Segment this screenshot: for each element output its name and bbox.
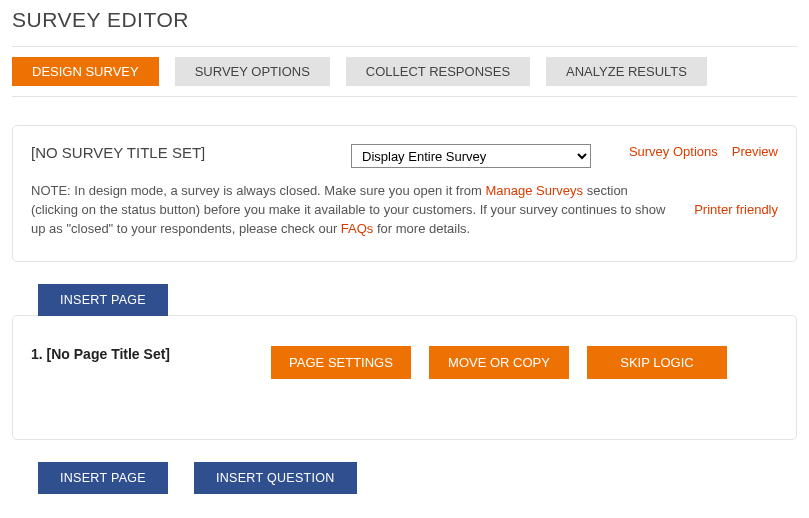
note-text-3: for more details.	[373, 221, 470, 236]
insert-page-button-bottom[interactable]: INSERT PAGE	[38, 462, 168, 494]
insert-page-button[interactable]: INSERT PAGE	[38, 284, 168, 316]
display-select[interactable]: Display Entire Survey	[351, 144, 591, 168]
note-text-1: NOTE: In design mode, a survey is always…	[31, 183, 485, 198]
preview-link[interactable]: Preview	[732, 144, 778, 159]
side-link-wrap: Printer friendly	[694, 182, 778, 218]
page-actions: PAGE SETTINGS MOVE OR COPY SKIP LOGIC	[271, 346, 778, 379]
tabs: DESIGN SURVEY SURVEY OPTIONS COLLECT RES…	[12, 46, 797, 97]
page-title-label: 1. [No Page Title Set]	[31, 346, 251, 362]
page-title: SURVEY EDITOR	[12, 8, 797, 32]
faqs-link[interactable]: FAQs	[341, 221, 374, 236]
insert-question-button[interactable]: INSERT QUESTION	[194, 462, 357, 494]
note-row: NOTE: In design mode, a survey is always…	[31, 182, 778, 239]
move-or-copy-button[interactable]: MOVE OR COPY	[429, 346, 569, 379]
page-panel: 1. [No Page Title Set] PAGE SETTINGS MOV…	[12, 315, 797, 440]
tab-survey-options[interactable]: SURVEY OPTIONS	[175, 57, 330, 86]
insert-page-row-top: INSERT PAGE	[12, 284, 797, 316]
survey-options-link[interactable]: Survey Options	[629, 144, 718, 159]
survey-info-panel: [NO SURVEY TITLE SET] Display Entire Sur…	[12, 125, 797, 262]
bottom-buttons-row: INSERT PAGE INSERT QUESTION	[12, 462, 797, 494]
panel-top-row: [NO SURVEY TITLE SET] Display Entire Sur…	[31, 144, 778, 168]
tab-analyze-results[interactable]: ANALYZE RESULTS	[546, 57, 707, 86]
skip-logic-button[interactable]: SKIP LOGIC	[587, 346, 727, 379]
manage-surveys-link[interactable]: Manage Surveys	[485, 183, 583, 198]
top-links: Survey Options Preview	[629, 144, 778, 159]
tab-design-survey[interactable]: DESIGN SURVEY	[12, 57, 159, 86]
design-mode-note: NOTE: In design mode, a survey is always…	[31, 182, 674, 239]
page-settings-button[interactable]: PAGE SETTINGS	[271, 346, 411, 379]
printer-friendly-link[interactable]: Printer friendly	[694, 202, 778, 217]
tab-collect-responses[interactable]: COLLECT RESPONSES	[346, 57, 530, 86]
survey-title: [NO SURVEY TITLE SET]	[31, 144, 331, 161]
